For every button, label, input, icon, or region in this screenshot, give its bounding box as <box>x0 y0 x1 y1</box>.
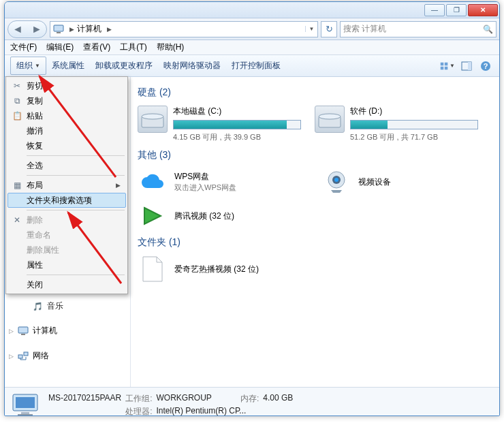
music-icon: 🎵 <box>32 301 43 312</box>
content-pane: 硬盘 (2) 本地磁盘 (C:) 4.15 GB 可用 , 共 39.9 GB <box>131 77 499 387</box>
item-tencent-video[interactable]: 腾讯视频 (32 位) <box>138 202 301 230</box>
menu-paste[interactable]: 📋粘贴 <box>7 108 126 123</box>
cloud-icon <box>138 168 168 195</box>
computer-icon <box>18 326 29 336</box>
drive-usage-bar <box>173 120 301 129</box>
maximize-button[interactable]: ❐ <box>446 4 467 16</box>
item-name: WPS网盘 <box>174 171 236 183</box>
sidebar-item-network[interactable]: ▷ 网络 <box>5 348 130 364</box>
drive-icon <box>315 106 345 133</box>
svg-rect-3 <box>445 62 448 65</box>
svg-rect-0 <box>54 25 63 31</box>
paste-icon: 📋 <box>12 110 22 121</box>
nav-bar: ◄ ► ▶ 计算机 ▶ ▼ ↻ 搜索 计算机 🔍 <box>5 18 499 40</box>
address-dropdown-icon[interactable]: ▼ <box>305 26 317 32</box>
close-button[interactable]: ✕ <box>468 4 498 16</box>
toolbar: 组织 ▼ 系统属性 卸载或更改程序 映射网络驱动器 打开控制面板 ▼ ? <box>5 55 499 77</box>
preview-pane-button[interactable] <box>458 58 475 74</box>
sidebar-item-label: 网络 <box>33 350 49 362</box>
memory-value: 4.00 GB <box>263 393 293 405</box>
workgroup-label: 工作组: <box>125 393 152 405</box>
section-other: 其他 (3) <box>138 149 492 161</box>
nav-back-forward[interactable]: ◄ ► <box>7 20 47 38</box>
chevron-right-icon[interactable]: ▶ <box>68 26 76 33</box>
address-segment[interactable]: 计算机 <box>76 23 106 35</box>
view-mode-button[interactable]: ▼ <box>439 58 456 74</box>
organize-button[interactable]: 组织 ▼ <box>10 57 46 75</box>
menu-layout[interactable]: ▦布局▶ <box>7 178 126 193</box>
workgroup-value: WORKGROUP <box>157 393 212 405</box>
drive-meta: 51.2 GB 可用 , 共 71.7 GB <box>350 132 478 142</box>
chevron-down-icon: ▼ <box>35 63 40 69</box>
menu-folder-search-options[interactable]: 文件夹和搜索选项 <box>7 193 126 208</box>
titlebar: — ❐ ✕ <box>5 2 499 18</box>
svg-point-17 <box>319 114 341 119</box>
item-wps[interactable]: WPS网盘 双击进入WPS网盘 <box>138 168 301 195</box>
map-drive-button[interactable]: 映射网络驱动器 <box>158 57 226 74</box>
drive-meta: 4.15 GB 可用 , 共 39.9 GB <box>173 132 301 142</box>
menu-help[interactable]: 帮助(H) <box>157 42 185 53</box>
control-panel-button[interactable]: 打开控制面板 <box>226 57 286 74</box>
organize-label: 组织 <box>16 60 33 72</box>
cpu-label: 处理器: <box>125 406 152 417</box>
uninstall-button[interactable]: 卸载或更改程序 <box>90 57 158 74</box>
computer-name: MS-20170215PAAR <box>48 393 121 405</box>
back-icon[interactable]: ◄ <box>8 21 27 37</box>
separator <box>27 210 125 210</box>
menu-copy[interactable]: ⧉复制 <box>7 93 126 108</box>
sidebar-item-label: 音乐 <box>47 300 63 312</box>
svg-text:?: ? <box>484 62 488 70</box>
svg-point-20 <box>334 178 338 182</box>
menu-bar: 文件(F) 编辑(E) 查看(V) 工具(T) 帮助(H) <box>5 40 499 55</box>
svg-rect-23 <box>21 412 29 414</box>
search-icon[interactable]: 🔍 <box>483 25 493 34</box>
forward-icon[interactable]: ► <box>27 21 46 37</box>
menu-view[interactable]: 查看(V) <box>83 42 110 53</box>
menu-redo[interactable]: 恢复 <box>7 138 126 153</box>
system-properties-button[interactable]: 系统属性 <box>46 57 90 74</box>
item-name: 腾讯视频 (32 位) <box>174 210 234 222</box>
menu-tools[interactable]: 工具(T) <box>120 42 146 53</box>
help-button[interactable]: ? <box>477 58 494 74</box>
svg-rect-4 <box>441 66 444 69</box>
menu-properties[interactable]: 属性 <box>7 257 126 272</box>
computer-icon <box>10 392 40 417</box>
menu-edit[interactable]: 编辑(E) <box>46 42 74 53</box>
tencent-icon <box>138 202 168 230</box>
cut-icon: ✂ <box>12 80 22 91</box>
menu-file[interactable]: 文件(F) <box>10 42 37 53</box>
drive-d[interactable]: 软件 (D:) 51.2 GB 可用 , 共 71.7 GB <box>315 106 478 142</box>
layout-icon: ▦ <box>12 180 22 191</box>
chevron-right-icon[interactable]: ▶ <box>106 26 113 33</box>
menu-cut[interactable]: ✂剪切 <box>7 78 126 93</box>
menu-close[interactable]: 关闭 <box>7 277 126 292</box>
expand-icon[interactable]: ▷ <box>9 353 14 360</box>
sidebar-item-computer[interactable]: ▷ 计算机 <box>5 323 130 339</box>
expand-icon[interactable]: ▷ <box>9 328 14 334</box>
sidebar-item-label: 计算机 <box>33 325 57 336</box>
menu-remove-properties: 删除属性 <box>7 242 126 257</box>
svg-rect-5 <box>445 66 448 69</box>
item-iqiyi[interactable]: 爱奇艺热播视频 (32 位) <box>138 255 301 283</box>
separator <box>27 175 125 176</box>
drive-icon <box>138 106 168 133</box>
section-folder: 文件夹 (1) <box>138 236 492 249</box>
svg-rect-2 <box>441 62 444 65</box>
menu-select-all[interactable]: 全选 <box>7 158 126 173</box>
section-hard-disks: 硬盘 (2) <box>138 87 492 99</box>
search-placeholder: 搜索 计算机 <box>343 23 386 35</box>
search-input[interactable]: 搜索 计算机 🔍 <box>340 21 497 37</box>
delete-icon: ✕ <box>12 215 22 225</box>
cpu-value: Intel(R) Pentium(R) CP... <box>157 406 247 417</box>
webcam-icon <box>321 168 351 195</box>
menu-undo[interactable]: 撤消 <box>7 123 126 138</box>
minimize-button[interactable]: — <box>424 4 445 16</box>
svg-rect-13 <box>24 352 28 356</box>
sidebar-item-music[interactable]: 🎵 音乐 <box>5 299 130 313</box>
drive-c[interactable]: 本地磁盘 (C:) 4.15 GB 可用 , 共 39.9 GB <box>138 106 301 142</box>
address-bar[interactable]: ▶ 计算机 ▶ ▼ <box>50 21 318 37</box>
refresh-button[interactable]: ↻ <box>321 21 337 37</box>
item-video-device[interactable]: 视频设备 <box>321 168 485 195</box>
separator <box>27 275 125 275</box>
chevron-down-icon: ▼ <box>450 63 455 69</box>
